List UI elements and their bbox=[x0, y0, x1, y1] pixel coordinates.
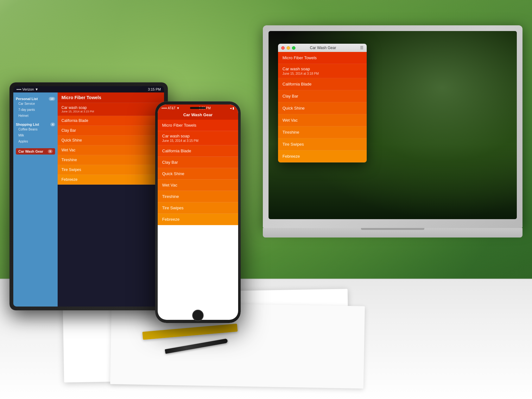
iphone-item-wetvac[interactable]: Wet Vac bbox=[158, 180, 238, 191]
iphone-item-clay[interactable]: Clay Bar bbox=[158, 157, 238, 168]
macbook-item-tireswipes[interactable]: Tire Swipes bbox=[278, 138, 367, 150]
iphone-battery: ◂ ▮ bbox=[230, 106, 234, 110]
macbook-item-clay[interactable]: Clay Bar bbox=[278, 90, 367, 102]
macbook-screen-frame: Car Wash Gear ☰ Micro Fiber Towels Car w… bbox=[263, 25, 522, 228]
ipad-carrier: •••• Verizon ▼ bbox=[16, 87, 38, 91]
ipad-list-title: Micro Fiber Towels bbox=[58, 92, 164, 103]
ipad-device: •••• Verizon ▼ 3:15 PM Personal List 10 … bbox=[10, 82, 168, 310]
sidebar-badge-carwash: 9 bbox=[48, 149, 53, 153]
macbook-item-wetvac[interactable]: Wet Vac bbox=[278, 114, 367, 126]
iphone-home-button[interactable] bbox=[192, 310, 204, 321]
iphone-list: Micro Fiber Towels Car wash soap June 15… bbox=[158, 120, 238, 320]
macbook-item-towels[interactable]: Micro Fiber Towels bbox=[278, 52, 367, 64]
macbook-item-blade[interactable]: California Blade bbox=[278, 78, 367, 90]
macbook-menu-icon[interactable]: ☰ bbox=[360, 46, 364, 50]
macbook-item-quickshine[interactable]: Quick Shine bbox=[278, 102, 367, 114]
iphone-item-towels[interactable]: Micro Fiber Towels bbox=[158, 120, 238, 131]
iphone-item-febreeze[interactable]: Febreeze bbox=[158, 214, 238, 225]
iphone-item-tireswipes[interactable]: Tire Swipes bbox=[158, 202, 238, 214]
ipad-body: •••• Verizon ▼ 3:15 PM Personal List 10 … bbox=[10, 82, 168, 310]
ipad-screen: •••• Verizon ▼ 3:15 PM Personal List 10 … bbox=[13, 86, 164, 307]
ipad-list-item-tireswipes[interactable]: Tire Swipes bbox=[58, 165, 164, 175]
sidebar-section-shopping: Shopping List 4 Coffee Beans Milk Apples bbox=[13, 121, 58, 146]
ipad-time: 3:15 PM bbox=[148, 87, 161, 91]
macbook-app-title: Car Wash Gear bbox=[288, 46, 358, 50]
macbook-base bbox=[263, 228, 522, 238]
sidebar-item-car-service[interactable]: Car Service bbox=[16, 101, 55, 107]
ipad-list-item-soap[interactable]: Car wash soap June 15, 2014 at 3:15 PM bbox=[58, 103, 164, 116]
sidebar-item-milk[interactable]: Milk bbox=[16, 132, 55, 138]
macbook-hinge bbox=[361, 228, 424, 230]
ipad-list-item-febreeze[interactable]: Febreeze bbox=[58, 175, 164, 185]
iphone-item-quickshine[interactable]: Quick Shine bbox=[158, 168, 238, 180]
ipad-list-item-shine[interactable]: Quick Shine bbox=[58, 136, 164, 145]
sidebar-section-personal: Personal List 10 Car Service 7-day pants… bbox=[13, 95, 58, 121]
sidebar-badge-shopping: 4 bbox=[50, 123, 55, 126]
sidebar-badge-personal: 10 bbox=[49, 97, 55, 101]
sidebar-item-helmet[interactable]: Helmet bbox=[16, 113, 55, 119]
iphone-device: ••••• AT&T ▼ 3:55 PM ◂ ▮ Car Wash Gear M… bbox=[155, 101, 241, 323]
ipad-list-item-blade[interactable]: California Blade bbox=[58, 116, 164, 126]
macbook-screen: Car Wash Gear ☰ Micro Fiber Towels Car w… bbox=[269, 31, 517, 219]
iphone-app-title: Car Wash Gear bbox=[183, 112, 213, 117]
ipad-list-item-clay[interactable]: Clay Bar bbox=[58, 126, 164, 136]
ipad-app-content: Personal List 10 Car Service 7-day pants… bbox=[13, 92, 164, 307]
sidebar-item-pants[interactable]: 7-day pants bbox=[16, 107, 55, 113]
iphone-screen: ••••• AT&T ▼ 3:55 PM ◂ ▮ Car Wash Gear M… bbox=[158, 104, 238, 320]
sidebar-section-carwash: Car Wash Gear 9 bbox=[13, 146, 58, 156]
macbook-device: Car Wash Gear ☰ Micro Fiber Towels Car w… bbox=[263, 25, 532, 310]
macbook-item-tireshine[interactable]: Tireshine bbox=[278, 126, 367, 138]
sidebar-item-coffee[interactable]: Coffee Beans bbox=[16, 126, 55, 132]
sidebar-item-apples[interactable]: Apples bbox=[16, 138, 55, 144]
macbook-app-window: Car Wash Gear ☰ Micro Fiber Towels Car w… bbox=[278, 44, 367, 162]
ipad-status-bar: •••• Verizon ▼ 3:15 PM bbox=[13, 86, 164, 92]
macbook-list: Micro Fiber Towels Car wash soap June 15… bbox=[278, 52, 367, 162]
iphone-item-blade[interactable]: California Blade bbox=[158, 145, 238, 157]
iphone-speaker bbox=[190, 107, 206, 109]
macbook-titlebar: Car Wash Gear ☰ bbox=[278, 44, 367, 52]
iphone-item-soap[interactable]: Car wash soap June 15, 2014 at 3:15 PM bbox=[158, 131, 238, 145]
macbook-item-febreeze[interactable]: Febreeze bbox=[278, 150, 367, 162]
iphone-carrier: ••••• AT&T ▼ bbox=[162, 106, 180, 110]
ipad-list-item-tireshine[interactable]: Tireshine bbox=[58, 155, 164, 165]
iphone-body: ••••• AT&T ▼ 3:55 PM ◂ ▮ Car Wash Gear M… bbox=[155, 101, 241, 323]
ipad-sidebar: Personal List 10 Car Service 7-day pants… bbox=[13, 92, 58, 307]
iphone-item-tireshine[interactable]: Tireshine bbox=[158, 191, 238, 202]
traffic-light-close[interactable] bbox=[281, 46, 285, 50]
ipad-list: Micro Fiber Towels Car wash soap June 15… bbox=[58, 92, 164, 307]
macbook-item-soap[interactable]: Car wash soap June 15, 2014 at 3:18 PM bbox=[278, 64, 367, 78]
ipad-list-item-wetvac[interactable]: Wet Vac bbox=[58, 145, 164, 155]
iphone-nav-bar: Car Wash Gear bbox=[158, 111, 238, 120]
